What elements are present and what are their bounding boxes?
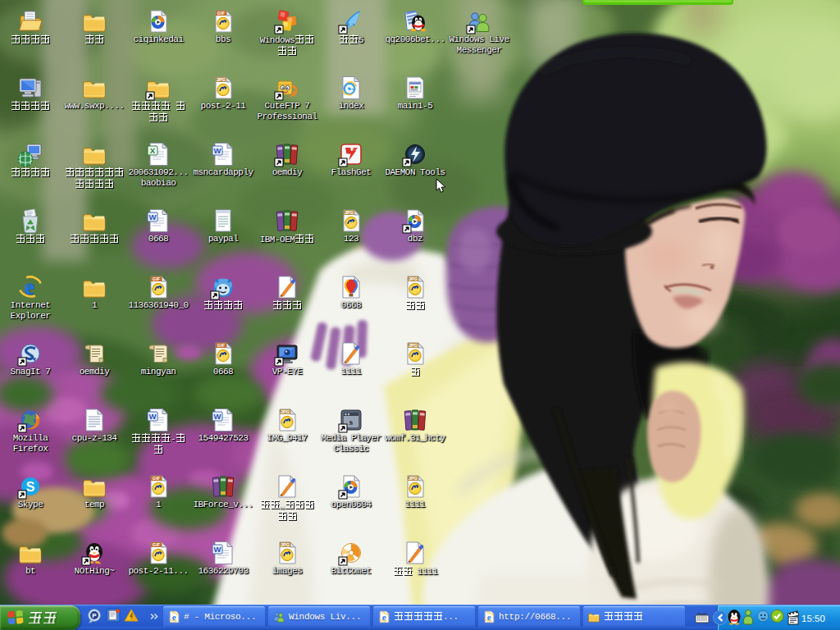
svg-text:P: P bbox=[92, 612, 97, 619]
svg-text:15:50: 15:50 bbox=[801, 614, 825, 623]
